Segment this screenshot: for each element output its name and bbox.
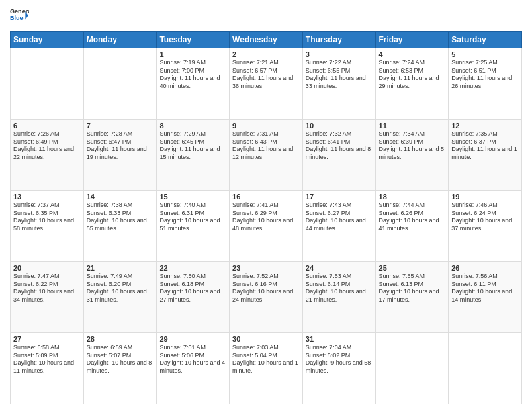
- cell-info: Sunrise: 7:37 AMSunset: 6:35 PMDaylight:…: [13, 201, 81, 233]
- calendar-cell: 22Sunrise: 7:50 AMSunset: 6:18 PMDayligh…: [157, 262, 230, 333]
- day-number: 30: [232, 335, 300, 343]
- day-number: 22: [159, 264, 226, 272]
- calendar-cell: 15Sunrise: 7:40 AMSunset: 6:31 PMDayligh…: [157, 191, 230, 262]
- cell-info: Sunrise: 6:58 AMSunset: 5:09 PMDaylight:…: [13, 344, 81, 375]
- cell-info: Sunrise: 7:24 AMSunset: 6:53 PMDaylight:…: [379, 59, 446, 91]
- cell-info: Sunrise: 7:32 AMSunset: 6:41 PMDaylight:…: [306, 130, 373, 162]
- day-header-wednesday: Wednesday: [230, 32, 303, 48]
- cell-info: Sunrise: 6:59 AMSunset: 5:07 PMDaylight:…: [87, 344, 154, 375]
- day-header-saturday: Saturday: [449, 32, 522, 48]
- cell-info: Sunrise: 7:41 AMSunset: 6:29 PMDaylight:…: [232, 201, 300, 233]
- day-number: 27: [13, 335, 81, 343]
- day-number: 13: [13, 193, 81, 201]
- calendar-cell: 7Sunrise: 7:28 AMSunset: 6:47 PMDaylight…: [83, 120, 157, 191]
- cell-info: Sunrise: 7:52 AMSunset: 6:16 PMDaylight:…: [232, 273, 300, 304]
- day-number: 29: [159, 335, 226, 343]
- calendar-cell: 10Sunrise: 7:32 AMSunset: 6:41 PMDayligh…: [302, 120, 375, 191]
- day-number: 28: [87, 335, 154, 343]
- cell-info: Sunrise: 7:01 AMSunset: 5:06 PMDaylight:…: [159, 344, 226, 375]
- cell-info: Sunrise: 7:40 AMSunset: 6:31 PMDaylight:…: [159, 201, 226, 233]
- calendar-cell: [83, 48, 157, 120]
- day-header-friday: Friday: [375, 32, 449, 48]
- day-number: 12: [451, 122, 519, 130]
- calendar-cell: 1Sunrise: 7:19 AMSunset: 7:00 PMDaylight…: [157, 48, 230, 120]
- calendar-week-4: 20Sunrise: 7:47 AMSunset: 6:22 PMDayligh…: [11, 262, 522, 333]
- calendar-cell: 23Sunrise: 7:52 AMSunset: 6:16 PMDayligh…: [230, 262, 303, 333]
- logo: GeneralBlue: [10, 7, 29, 26]
- calendar-cell: [449, 333, 522, 404]
- day-number: 14: [87, 193, 154, 201]
- day-number: 20: [13, 264, 81, 272]
- calendar-cell: [375, 333, 449, 404]
- calendar-week-3: 13Sunrise: 7:37 AMSunset: 6:35 PMDayligh…: [11, 191, 522, 262]
- cell-info: Sunrise: 7:55 AMSunset: 6:13 PMDaylight:…: [379, 273, 446, 304]
- cell-info: Sunrise: 7:34 AMSunset: 6:39 PMDaylight:…: [379, 130, 446, 162]
- day-header-thursday: Thursday: [302, 32, 375, 48]
- calendar-cell: 12Sunrise: 7:35 AMSunset: 6:37 PMDayligh…: [449, 120, 522, 191]
- cell-info: Sunrise: 7:22 AMSunset: 6:55 PMDaylight:…: [306, 59, 373, 91]
- calendar-cell: 3Sunrise: 7:22 AMSunset: 6:55 PMDaylight…: [302, 48, 375, 120]
- day-number: 23: [232, 264, 300, 272]
- day-number: 19: [451, 193, 519, 201]
- cell-info: Sunrise: 7:44 AMSunset: 6:26 PMDaylight:…: [379, 201, 446, 233]
- calendar-cell: 31Sunrise: 7:04 AMSunset: 5:02 PMDayligh…: [302, 333, 375, 404]
- cell-info: Sunrise: 7:35 AMSunset: 6:37 PMDaylight:…: [451, 130, 519, 162]
- day-number: 1: [159, 50, 226, 58]
- day-number: 9: [232, 122, 300, 130]
- cell-info: Sunrise: 7:28 AMSunset: 6:47 PMDaylight:…: [87, 130, 154, 162]
- calendar-cell: 25Sunrise: 7:55 AMSunset: 6:13 PMDayligh…: [375, 262, 449, 333]
- calendar-cell: 17Sunrise: 7:43 AMSunset: 6:27 PMDayligh…: [302, 191, 375, 262]
- calendar-cell: 14Sunrise: 7:38 AMSunset: 6:33 PMDayligh…: [83, 191, 157, 262]
- cell-info: Sunrise: 7:21 AMSunset: 6:57 PMDaylight:…: [232, 59, 300, 91]
- day-number: 31: [306, 335, 373, 343]
- calendar-cell: 16Sunrise: 7:41 AMSunset: 6:29 PMDayligh…: [230, 191, 303, 262]
- cell-info: Sunrise: 7:49 AMSunset: 6:20 PMDaylight:…: [87, 273, 154, 304]
- day-number: 17: [306, 193, 373, 201]
- calendar-cell: 18Sunrise: 7:44 AMSunset: 6:26 PMDayligh…: [375, 191, 449, 262]
- day-number: 15: [159, 193, 226, 201]
- day-number: 26: [451, 264, 519, 272]
- cell-info: Sunrise: 7:04 AMSunset: 5:02 PMDaylight:…: [306, 344, 373, 375]
- day-number: 3: [306, 50, 373, 58]
- calendar-cell: 26Sunrise: 7:56 AMSunset: 6:11 PMDayligh…: [449, 262, 522, 333]
- cell-info: Sunrise: 7:19 AMSunset: 7:00 PMDaylight:…: [159, 59, 226, 91]
- calendar-week-2: 6Sunrise: 7:26 AMSunset: 6:49 PMDaylight…: [11, 120, 522, 191]
- calendar-cell: 6Sunrise: 7:26 AMSunset: 6:49 PMDaylight…: [11, 120, 84, 191]
- day-header-sunday: Sunday: [11, 32, 84, 48]
- cell-info: Sunrise: 7:46 AMSunset: 6:24 PMDaylight:…: [451, 201, 519, 233]
- cell-info: Sunrise: 7:03 AMSunset: 5:04 PMDaylight:…: [232, 344, 300, 375]
- calendar-cell: 11Sunrise: 7:34 AMSunset: 6:39 PMDayligh…: [375, 120, 449, 191]
- cell-info: Sunrise: 7:31 AMSunset: 6:43 PMDaylight:…: [232, 130, 300, 162]
- cell-info: Sunrise: 7:50 AMSunset: 6:18 PMDaylight:…: [159, 273, 226, 304]
- calendar-cell: 4Sunrise: 7:24 AMSunset: 6:53 PMDaylight…: [375, 48, 449, 120]
- calendar-cell: 24Sunrise: 7:53 AMSunset: 6:14 PMDayligh…: [302, 262, 375, 333]
- cell-info: Sunrise: 7:29 AMSunset: 6:45 PMDaylight:…: [159, 130, 226, 162]
- calendar-cell: 29Sunrise: 7:01 AMSunset: 5:06 PMDayligh…: [157, 333, 230, 404]
- calendar-week-5: 27Sunrise: 6:58 AMSunset: 5:09 PMDayligh…: [11, 333, 522, 404]
- calendar-header-row: SundayMondayTuesdayWednesdayThursdayFrid…: [11, 32, 522, 48]
- calendar-cell: 2Sunrise: 7:21 AMSunset: 6:57 PMDaylight…: [230, 48, 303, 120]
- calendar-cell: 5Sunrise: 7:25 AMSunset: 6:51 PMDaylight…: [449, 48, 522, 120]
- cell-info: Sunrise: 7:56 AMSunset: 6:11 PMDaylight:…: [451, 273, 519, 304]
- cell-info: Sunrise: 7:38 AMSunset: 6:33 PMDaylight:…: [87, 201, 154, 233]
- day-header-monday: Monday: [83, 32, 157, 48]
- calendar-cell: 28Sunrise: 6:59 AMSunset: 5:07 PMDayligh…: [83, 333, 157, 404]
- day-number: 25: [379, 264, 446, 272]
- cell-info: Sunrise: 7:43 AMSunset: 6:27 PMDaylight:…: [306, 201, 373, 233]
- day-number: 2: [232, 50, 300, 58]
- cell-info: Sunrise: 7:53 AMSunset: 6:14 PMDaylight:…: [306, 273, 373, 304]
- calendar-cell: 8Sunrise: 7:29 AMSunset: 6:45 PMDaylight…: [157, 120, 230, 191]
- day-number: 11: [379, 122, 446, 130]
- day-header-tuesday: Tuesday: [157, 32, 230, 48]
- calendar-cell: 27Sunrise: 6:58 AMSunset: 5:09 PMDayligh…: [11, 333, 84, 404]
- day-number: 16: [232, 193, 300, 201]
- cell-info: Sunrise: 7:47 AMSunset: 6:22 PMDaylight:…: [13, 273, 81, 304]
- cell-info: Sunrise: 7:26 AMSunset: 6:49 PMDaylight:…: [13, 130, 81, 162]
- day-number: 10: [306, 122, 373, 130]
- page-header: GeneralBlue: [10, 7, 522, 26]
- day-number: 21: [87, 264, 154, 272]
- logo-icon: GeneralBlue: [10, 7, 29, 26]
- calendar-cell: 13Sunrise: 7:37 AMSunset: 6:35 PMDayligh…: [11, 191, 84, 262]
- day-number: 8: [159, 122, 226, 130]
- day-number: 4: [379, 50, 446, 58]
